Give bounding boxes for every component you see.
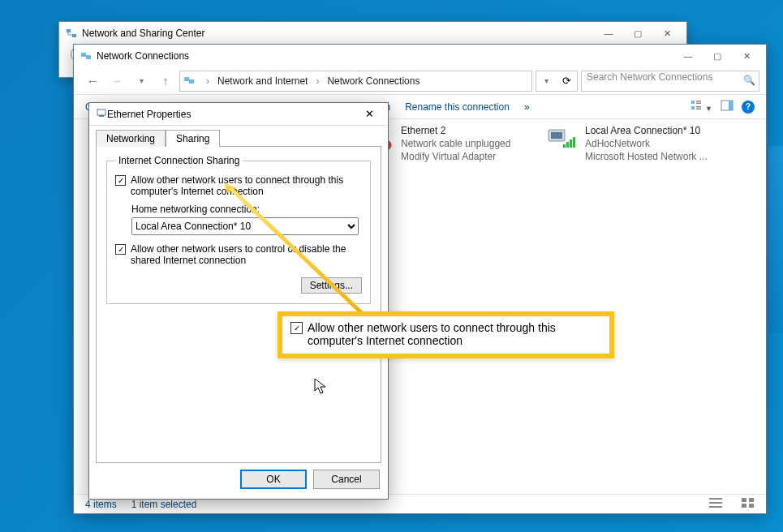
dialog-titlebar: Ethernet Properties ✕ xyxy=(89,103,388,126)
ok-button[interactable]: OK xyxy=(240,470,307,489)
refresh-button[interactable]: ⟳ xyxy=(557,71,578,92)
desktop-accent xyxy=(768,146,783,332)
checkbox-allow-connect-row[interactable]: ✓ Allow other network users to connect t… xyxy=(115,174,362,197)
dialog-close-button[interactable]: ✕ xyxy=(355,105,383,123)
breadcrumb-level-1[interactable]: Network and Internet xyxy=(217,75,308,87)
toolbar-rename[interactable]: Rename this connection xyxy=(405,101,510,113)
svg-rect-7 xyxy=(696,101,701,102)
svg-rect-2 xyxy=(81,53,86,57)
mouse-cursor-icon xyxy=(314,378,327,396)
preview-pane-button[interactable] xyxy=(721,100,734,114)
checkbox-allow-connect[interactable]: ✓ xyxy=(115,175,126,186)
ethernet-icon xyxy=(96,107,107,121)
view-details-icon[interactable] xyxy=(709,498,722,510)
sharing-center-icon xyxy=(66,28,77,39)
svg-rect-27 xyxy=(749,498,754,502)
view-large-icons-icon[interactable] xyxy=(742,498,755,510)
checkbox-allow-control-label: Allow other network users to control or … xyxy=(131,243,362,266)
close-button[interactable]: ✕ xyxy=(652,24,682,42)
svg-rect-25 xyxy=(709,506,722,508)
svg-rect-10 xyxy=(696,106,701,108)
dialog-button-row: OK Cancel xyxy=(89,470,388,499)
minimize-button[interactable]: — xyxy=(673,47,703,65)
connection-name: Ethernet 2 xyxy=(401,124,510,137)
tab-networking[interactable]: Networking xyxy=(96,130,166,147)
svg-rect-6 xyxy=(691,101,695,104)
nav-back-button[interactable]: ← xyxy=(82,71,103,92)
svg-rect-26 xyxy=(742,498,746,502)
network-connections-icon xyxy=(80,50,92,62)
title-text: Network and Sharing Center xyxy=(82,28,204,39)
svg-rect-8 xyxy=(696,103,701,105)
svg-rect-20 xyxy=(566,142,569,148)
minimize-button[interactable]: — xyxy=(594,24,623,42)
connection-status: AdHocNetwork xyxy=(585,137,708,150)
cancel-button[interactable]: Cancel xyxy=(313,470,380,489)
connection-adapter: Microsoft Hosted Network ... xyxy=(585,150,708,163)
titlebar-sharing-center: Network and Sharing Center — ▢ ✕ xyxy=(59,22,686,45)
svg-rect-24 xyxy=(709,502,722,504)
dialog-title-text: Ethernet Properties xyxy=(107,109,191,120)
title-text: Network Connections xyxy=(97,50,189,62)
svg-rect-19 xyxy=(563,144,566,148)
groupbox-title: Internet Connection Sharing xyxy=(115,155,243,166)
svg-rect-28 xyxy=(742,504,746,508)
home-networking-label-row: Home networking connection: xyxy=(131,204,362,215)
annotation-callout: ✓ Allow other network users to connect t… xyxy=(277,311,614,358)
nav-forward-button: → xyxy=(106,71,127,92)
tab-sharing[interactable]: Sharing xyxy=(166,130,220,147)
svg-rect-0 xyxy=(67,29,71,32)
groupbox-ics: Internet Connection Sharing ✓ Allow othe… xyxy=(106,155,371,304)
svg-rect-9 xyxy=(691,106,695,109)
nav-recent-dropdown[interactable]: ▾ xyxy=(131,71,152,92)
callout-checkbox-icon: ✓ xyxy=(290,322,303,334)
control-panel-icon xyxy=(183,75,196,88)
status-item-count: 4 items xyxy=(85,499,117,510)
close-button[interactable]: ✕ xyxy=(732,47,761,65)
svg-rect-13 xyxy=(729,101,733,110)
tab-strip: Networking Sharing xyxy=(89,126,388,146)
help-icon[interactable]: ? xyxy=(742,101,755,114)
connection-adapter: Modify Virtual Adapter xyxy=(401,150,510,163)
network-adapter-icon xyxy=(546,124,579,153)
svg-rect-4 xyxy=(184,77,189,81)
tab-panel-sharing: Internet Connection Sharing ✓ Allow othe… xyxy=(96,146,381,463)
breadcrumb-level-2[interactable]: Network Connections xyxy=(327,75,419,87)
toolbar-more-chevron[interactable]: » xyxy=(524,101,530,113)
callout-text: Allow other network users to connect thr… xyxy=(308,321,601,347)
maximize-button[interactable]: ▢ xyxy=(623,24,652,42)
checkbox-allow-control[interactable]: ✓ xyxy=(115,244,126,255)
dialog-ethernet-properties: Ethernet Properties ✕ Networking Sharing… xyxy=(88,102,389,500)
svg-rect-21 xyxy=(570,139,572,148)
breadcrumb-history-dropdown[interactable]: ▾ xyxy=(536,71,557,92)
search-input[interactable]: Search Network Connections 🔍 xyxy=(581,71,759,92)
svg-rect-18 xyxy=(551,132,562,139)
svg-rect-29 xyxy=(749,504,754,508)
chevron-right-icon[interactable]: › xyxy=(312,75,322,87)
view-options-button[interactable]: ▼ xyxy=(691,100,712,114)
titlebar-network-connections: Network Connections — ▢ ✕ xyxy=(74,45,766,67)
status-selected-count: 1 item selected xyxy=(131,499,197,510)
connection-name: Local Area Connection* 10 xyxy=(585,124,708,137)
svg-rect-22 xyxy=(573,137,575,148)
nav-row: ← → ▾ ↑ › Network and Internet › Network… xyxy=(74,67,766,95)
search-icon: 🔍 xyxy=(743,75,755,86)
chevron-right-icon[interactable]: › xyxy=(203,75,213,87)
svg-rect-3 xyxy=(86,55,91,59)
maximize-button[interactable]: ▢ xyxy=(703,47,732,65)
svg-rect-23 xyxy=(709,498,722,500)
svg-rect-31 xyxy=(99,115,104,117)
checkbox-allow-connect-label: Allow other network users to connect thr… xyxy=(131,174,362,197)
search-placeholder: Search Network Connections xyxy=(587,71,712,83)
svg-rect-11 xyxy=(696,109,701,110)
checkbox-allow-control-row[interactable]: ✓ Allow other network users to control o… xyxy=(115,243,362,266)
connection-item-lac10[interactable]: Local Area Connection* 10 AdHocNetwork M… xyxy=(546,124,708,164)
breadcrumb[interactable]: › Network and Internet › Network Connect… xyxy=(179,71,532,92)
settings-button[interactable]: Settings... xyxy=(301,277,362,294)
connection-status: Network cable unplugged xyxy=(401,137,510,150)
nav-up-button[interactable]: ↑ xyxy=(155,71,176,92)
svg-rect-30 xyxy=(97,109,105,115)
home-networking-select[interactable]: Local Area Connection* 10 xyxy=(131,217,359,235)
home-networking-label: Home networking connection: xyxy=(131,204,362,215)
svg-rect-5 xyxy=(189,79,194,84)
